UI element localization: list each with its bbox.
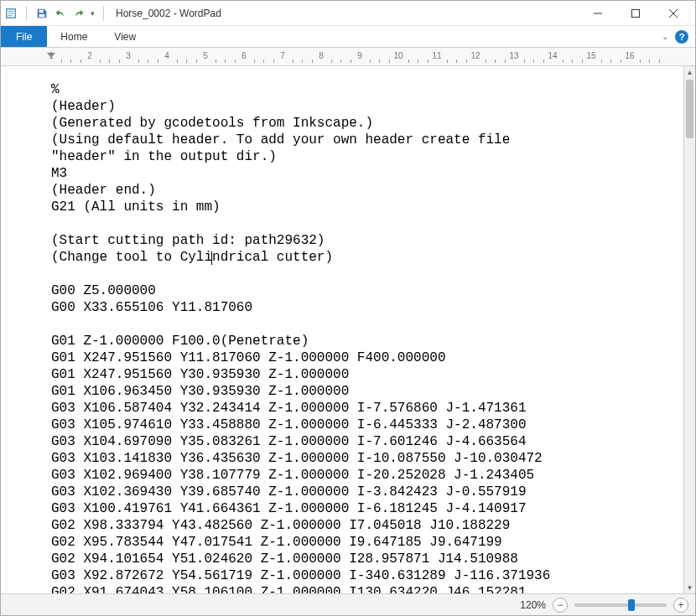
close-button[interactable] xyxy=(654,1,692,26)
help-icon[interactable]: ? xyxy=(675,30,688,44)
window-controls xyxy=(579,1,692,26)
ruler-number: 8 xyxy=(319,51,324,60)
redo-icon[interactable] xyxy=(72,7,86,20)
ruler-number: 6 xyxy=(242,51,247,60)
tab-view[interactable]: View xyxy=(101,26,149,47)
titlebar-separator xyxy=(26,6,27,21)
svg-rect-7 xyxy=(631,9,639,17)
ruler-number: 4 xyxy=(164,51,169,60)
svg-rect-5 xyxy=(39,13,45,17)
scroll-thumb[interactable] xyxy=(686,80,693,138)
undo-icon[interactable] xyxy=(54,7,67,20)
svg-rect-4 xyxy=(39,9,44,13)
ruler-number: 9 xyxy=(357,51,362,60)
zoom-in-button[interactable]: + xyxy=(673,598,688,613)
tab-home[interactable]: Home xyxy=(47,26,101,47)
ruler-number: 11 xyxy=(432,51,441,60)
ruler-number: 3 xyxy=(126,51,131,60)
app-icon xyxy=(4,7,18,20)
zoom-slider[interactable] xyxy=(574,603,667,607)
ruler-track: 12345678910111213141516 xyxy=(1,51,695,63)
ruler-number: 15 xyxy=(586,51,595,60)
zoom-slider-thumb[interactable] xyxy=(628,599,635,611)
ruler-number: 7 xyxy=(280,51,285,60)
ruler-number: 2 xyxy=(87,51,92,60)
ruler-number: 13 xyxy=(509,51,518,60)
window-title: Horse_0002 - WordPad xyxy=(116,8,221,19)
ruler-number: 5 xyxy=(203,51,208,60)
titlebar-separator-2 xyxy=(103,6,104,21)
ruler-number: 16 xyxy=(625,51,634,60)
vertical-scrollbar[interactable]: ▲ ▼ xyxy=(683,66,695,593)
ribbon-collapse-icon[interactable]: ⌄ xyxy=(662,32,668,41)
save-icon[interactable] xyxy=(35,7,49,20)
statusbar: 120% − + xyxy=(1,593,695,615)
maximize-button[interactable] xyxy=(616,1,654,26)
ruler-indent-marker[interactable] xyxy=(47,53,55,58)
ruler[interactable]: 12345678910111213141516 xyxy=(1,48,695,66)
titlebar: ▾ Horse_0002 - WordPad xyxy=(1,1,695,26)
ribbon: File Home View ⌄ ? xyxy=(1,26,695,48)
qat-dropdown-icon[interactable]: ▾ xyxy=(91,9,95,18)
scroll-down-icon[interactable]: ▼ xyxy=(684,582,695,593)
ribbon-right: ⌄ ? xyxy=(662,26,695,47)
ruler-number: 10 xyxy=(393,51,403,60)
ruler-number: 12 xyxy=(470,51,480,60)
scroll-up-icon[interactable]: ▲ xyxy=(684,66,695,78)
document-content[interactable]: % (Header) (Generated by gcodetools from… xyxy=(1,66,683,593)
minimize-button[interactable] xyxy=(579,1,616,26)
zoom-out-button[interactable]: − xyxy=(553,598,568,613)
document-area: % (Header) (Generated by gcodetools from… xyxy=(1,66,695,593)
ruler-number: 14 xyxy=(548,51,557,60)
zoom-label: 120% xyxy=(520,599,546,611)
tab-file[interactable]: File xyxy=(1,26,47,47)
titlebar-left: ▾ Horse_0002 - WordPad xyxy=(4,6,221,21)
